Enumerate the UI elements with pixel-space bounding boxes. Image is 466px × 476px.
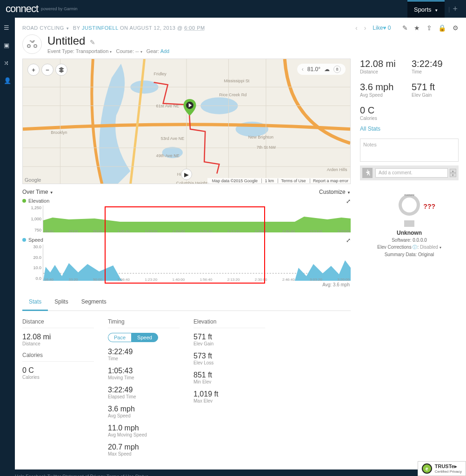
next-activity-icon[interactable]: › [364, 24, 366, 32]
runner-icon [362, 168, 373, 178]
start-marker [183, 99, 196, 117]
like-button[interactable]: Like♥ 0 [373, 25, 391, 31]
tab-stats[interactable]: Stats [22, 294, 48, 311]
map-provider: Google [25, 177, 41, 183]
favorite-icon[interactable]: ★ [414, 24, 420, 32]
customize-dropdown[interactable]: Customize ▼ [319, 189, 351, 195]
add-gear-link[interactable]: Add [160, 48, 170, 54]
brand-subtitle: powered by Garmin [41, 7, 78, 11]
map[interactable]: Fridley New Brighton Hilltop Columbia He… [22, 59, 351, 184]
info-icon[interactable]: ⓘ [413, 245, 417, 250]
device-unknown-icon: ??? [423, 203, 435, 210]
expand-speed-icon[interactable]: ⤢ [346, 237, 351, 244]
chevron-left-icon: ‹ [302, 66, 304, 73]
profile-icon[interactable]: 👤 [4, 77, 11, 85]
elevation-header: Elevation [193, 318, 265, 328]
breadcrumb: ROAD CYCLING ▼ BY JUSTINFOELL ON AUGUST … [22, 25, 205, 31]
lock-icon[interactable]: 🔒 [438, 24, 446, 32]
distance-header: Distance [22, 318, 94, 328]
over-time-dropdown[interactable]: Over Time ▼ [22, 189, 53, 195]
expand-elevation-icon[interactable]: ⤢ [346, 198, 351, 205]
svg-text:49th Ave NE: 49th Ave NE [156, 153, 180, 158]
edit-icon[interactable]: ✎ [402, 24, 408, 32]
device-software: Software: 0.0.0.0 [360, 238, 459, 243]
play-route-button[interactable]: ▶ [181, 169, 192, 180]
svg-text:Columbia Heights: Columbia Heights [176, 181, 210, 184]
avg-speed-label: Avg: 3.6 mph [322, 282, 350, 287]
all-stats-link[interactable]: All Stats [360, 126, 459, 132]
zoom-in-button[interactable]: + [27, 64, 40, 76]
menu-icon[interactable]: ☰ [4, 24, 11, 32]
activity-type-icon [22, 34, 42, 54]
truste-badge[interactable]: e TRUSTe▸Certified Privacy [418, 461, 466, 476]
svg-text:Arden Hills: Arden Hills [327, 167, 347, 172]
chevron-down-icon[interactable]: ▾ [439, 245, 441, 250]
device-summary: Summary Data: Original [360, 252, 459, 257]
footer-links[interactable]: Help Facebook Twitter Statement of Priva… [15, 474, 451, 476]
activity-subline: Event Type: Transportation ▾ Course: -- … [47, 48, 169, 54]
svg-text:53rd Ave NE: 53rd Ave NE [161, 136, 185, 141]
calories-value: 0 C [22, 366, 94, 375]
side-calories: 0 C [360, 105, 407, 116]
comment-stepper[interactable]: ▴▾ [450, 169, 456, 177]
device-image: GARMIN ??? [395, 194, 423, 227]
svg-text:New Brighton: New Brighton [248, 135, 273, 139]
svg-text:7th St NW: 7th St NW [257, 145, 276, 150]
brand-logo[interactable]: connect [6, 3, 38, 15]
svg-text:Rice Creek Rd: Rice Creek Rd [219, 93, 246, 97]
comment-input[interactable]: Add a comment. [375, 168, 448, 178]
tab-splits[interactable]: Splits [48, 294, 74, 311]
weather-widget: ‹ 81.0° ☁ 8 [297, 64, 346, 75]
side-time: 3:22:49 [412, 59, 459, 69]
zoom-out-button[interactable]: − [41, 64, 53, 76]
map-attribution: Map data ©2015 Google 1 km Terms of Use … [207, 178, 350, 184]
chevron-down-icon[interactable]: ▼ [66, 26, 69, 31]
svg-text:61st Ave NE: 61st Ave NE [156, 104, 180, 108]
elevation-series-dot [22, 199, 26, 203]
inbox-icon[interactable]: ▣ [4, 42, 11, 49]
cloud-icon: ☁ [324, 66, 330, 73]
side-avg-speed: 3.6 mph [360, 82, 407, 93]
author-link[interactable]: JUSTINFOELL [82, 25, 118, 31]
pace-toggle[interactable]: Pace [108, 333, 131, 342]
layers-button[interactable] [55, 64, 67, 76]
chevron-down-icon: ▼ [434, 8, 438, 13]
calories-header: Calories [22, 352, 94, 362]
svg-text:Fridley: Fridley [154, 72, 167, 76]
distance-value: 12.08 mi [22, 333, 94, 341]
svg-text:Brooklyn: Brooklyn [51, 130, 67, 135]
side-distance: 12.08 mi [360, 59, 407, 69]
prev-activity-icon[interactable]: ‹ [355, 24, 358, 32]
speed-toggle[interactable]: Speed [131, 333, 158, 342]
add-icon[interactable]: + [450, 4, 460, 14]
speed-series-dot [22, 238, 26, 242]
notes-input[interactable]: Notes [360, 139, 459, 162]
tab-segments[interactable]: Segments [75, 294, 113, 311]
svg-text:Mississippi St: Mississippi St [224, 79, 249, 83]
tab-sports[interactable]: Sports ▼ [407, 0, 445, 18]
shuffle-icon[interactable]: ⤭ [4, 60, 11, 67]
gear-icon[interactable]: ⚙ [453, 24, 459, 32]
truste-seal-icon: e [422, 463, 432, 474]
heart-icon: ♥ [383, 25, 386, 31]
activity-title[interactable]: Untitled [47, 34, 85, 47]
device-name: Unknown [360, 230, 459, 236]
highlight-annotation [105, 206, 266, 284]
timing-header: Timing [108, 318, 180, 328]
share-icon[interactable]: ⇪ [426, 24, 432, 32]
pencil-icon[interactable]: ✎ [90, 39, 95, 46]
side-elev-gain: 571 ft [412, 82, 459, 93]
